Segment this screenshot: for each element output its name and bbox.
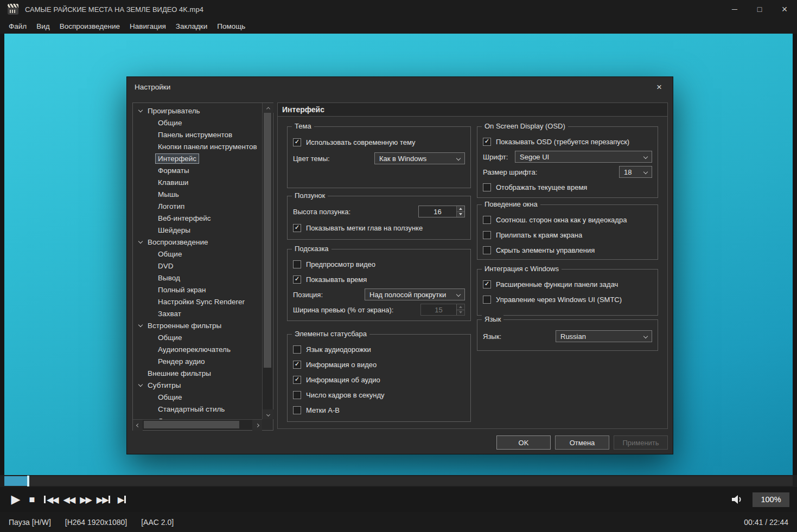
tree-item[interactable]: Захват — [133, 307, 262, 319]
tree-item[interactable]: Проигрыватель — [133, 105, 262, 117]
tree-item[interactable]: Полный экран — [133, 284, 262, 296]
checkbox-row[interactable]: ✓ Использовать современную тему — [288, 134, 470, 150]
tooltip-position-select[interactable]: Над полосой прокрутки — [365, 289, 465, 300]
checkbox[interactable] — [483, 246, 491, 254]
tree-item[interactable]: Веб-интерфейс — [133, 212, 262, 224]
osd-font-size-select[interactable]: 18 — [619, 166, 652, 178]
tree-item[interactable]: Панель инструментов — [133, 129, 262, 140]
tree-item[interactable]: Логотип — [133, 200, 262, 212]
checkbox[interactable] — [483, 216, 491, 224]
tree-item[interactable]: Субтитры — [133, 379, 262, 391]
tree-item[interactable]: Общие — [133, 117, 262, 129]
tree-item[interactable]: DVD — [133, 260, 262, 272]
tree-item[interactable]: Шейдеры — [133, 224, 262, 236]
minimize-button[interactable]: ─ — [722, 0, 747, 18]
tree-item[interactable]: Кнопки панели инструментов — [133, 140, 262, 152]
checkbox-row[interactable]: Соотнош. сторон окна как у видеокадра — [477, 212, 658, 227]
tree-item[interactable]: Вывод — [133, 272, 262, 284]
checkbox-row[interactable]: Отображать текущее время — [477, 180, 658, 195]
frame-step-button[interactable]: ▶ — [114, 495, 130, 505]
menu-playback[interactable]: Воспроизведение — [55, 20, 125, 33]
checkbox[interactable] — [293, 406, 301, 414]
show-time-checkbox[interactable]: ✓ — [293, 275, 301, 284]
checkbox-row[interactable]: ✓Информация о видео — [288, 357, 470, 372]
checkbox[interactable]: ✓ — [483, 280, 491, 289]
tree-item[interactable]: Общие — [133, 331, 262, 343]
scroll-down-icon[interactable] — [263, 409, 273, 419]
checkbox-row[interactable]: Скрыть элементы управления — [477, 242, 658, 258]
menu-help[interactable]: Помощь — [212, 20, 250, 33]
checkbox-row[interactable]: ✓ Показывать время — [288, 272, 470, 287]
scroll-up-icon[interactable] — [263, 103, 273, 113]
modern-theme-checkbox[interactable]: ✓ — [293, 138, 301, 146]
tree-item[interactable]: Интерфейс — [133, 152, 262, 164]
chapter-marks-checkbox[interactable]: ✓ — [293, 224, 301, 232]
tree-item[interactable]: Рендер аудио — [133, 355, 262, 367]
checkbox[interactable] — [293, 391, 301, 399]
slider-height-spinner[interactable]: 16 — [418, 206, 465, 217]
expand-chevron-icon[interactable] — [138, 382, 143, 386]
cancel-button[interactable]: Отмена — [555, 435, 609, 450]
checkbox-row[interactable]: Прилипать к краям экрана — [477, 227, 658, 242]
play-button[interactable]: ▶ — [8, 492, 24, 507]
checkbox-row[interactable]: ✓Расширенные функции панели задач — [477, 277, 658, 292]
tree-item[interactable]: Дополнительно — [133, 415, 262, 419]
tree-item[interactable]: Внешние фильтры — [133, 367, 262, 379]
seek-thumb[interactable] — [27, 476, 29, 486]
checkbox[interactable] — [483, 296, 491, 304]
rewind-button[interactable]: ◀◀ — [61, 495, 78, 505]
tree-item[interactable]: Форматы — [133, 164, 262, 176]
checkbox-row[interactable]: Управление через Windows UI (SMTC) — [477, 292, 658, 307]
stop-button[interactable]: ■ — [24, 494, 40, 505]
menu-view[interactable]: Вид — [31, 20, 54, 33]
menu-bookmarks[interactable]: Закладки — [171, 20, 212, 33]
checkbox-row[interactable]: ✓Информация об аудио — [288, 372, 470, 387]
tree-item[interactable]: Аудиопереключатель — [133, 343, 262, 355]
ok-button[interactable]: OK — [496, 435, 551, 450]
show-osd-checkbox[interactable]: ✓ — [483, 138, 491, 146]
scroll-right-icon[interactable] — [252, 420, 262, 431]
close-button[interactable]: × — [772, 0, 797, 18]
language-select[interactable]: Russian — [556, 330, 652, 342]
spinner-up-button[interactable] — [457, 206, 464, 211]
show-current-time-checkbox[interactable] — [483, 183, 491, 191]
tree-item[interactable]: Настройки Sync Renderer — [133, 296, 262, 307]
menu-file[interactable]: Файл — [4, 20, 31, 33]
checkbox-row[interactable]: Язык аудиодорожки — [288, 342, 470, 357]
checkbox-row[interactable]: Число кадров в секунду — [288, 387, 470, 402]
checkbox-row[interactable]: ✓ Показывать метки глав на ползунке — [288, 220, 470, 236]
tree-item[interactable]: Воспроизведение — [133, 236, 262, 248]
checkbox[interactable] — [483, 231, 491, 239]
osd-font-select[interactable]: Segoe UI — [515, 151, 652, 163]
expand-chevron-icon[interactable] — [138, 107, 143, 112]
tree-horizontal-scrollbar[interactable] — [133, 419, 262, 430]
tree-item[interactable]: Мышь — [133, 188, 262, 200]
volume-level[interactable]: 100% — [753, 492, 789, 507]
seek-track[interactable] — [4, 476, 793, 486]
tree-item[interactable]: Общие — [133, 391, 262, 403]
checkbox-row[interactable]: Метки A-B — [288, 402, 470, 418]
tree-item[interactable]: Встроенные фильтры — [133, 319, 262, 331]
checkbox-row[interactable]: Предпросмотр видео — [288, 257, 470, 272]
menu-navigation[interactable]: Навигация — [125, 20, 171, 33]
spinner-down-button[interactable] — [457, 211, 464, 217]
seek-bar[interactable] — [0, 475, 797, 487]
tree-item[interactable]: Клавиши — [133, 176, 262, 188]
checkbox[interactable]: ✓ — [293, 376, 301, 384]
checkbox-row[interactable]: ✓ Показывать OSD (требуется перезапуск) — [477, 134, 658, 149]
previous-button[interactable]: ◀◀ — [40, 495, 61, 505]
tree-item[interactable]: Стандартный стиль — [133, 403, 262, 415]
horizontal-scroll-thumb[interactable] — [144, 421, 239, 428]
expand-chevron-icon[interactable] — [138, 239, 143, 243]
scroll-left-icon[interactable] — [133, 420, 143, 431]
video-preview-checkbox[interactable] — [293, 260, 301, 268]
volume-icon[interactable] — [731, 493, 745, 505]
next-button[interactable]: ▶▶ — [94, 495, 114, 505]
checkbox[interactable] — [293, 345, 301, 354]
fast-forward-button[interactable]: ▶▶ — [77, 495, 94, 505]
maximize-button[interactable]: □ — [747, 0, 772, 18]
expand-chevron-icon[interactable] — [138, 322, 143, 326]
tree-vertical-scrollbar[interactable] — [262, 103, 273, 419]
theme-color-select[interactable]: Как в Windows — [374, 152, 465, 164]
vertical-scroll-thumb[interactable] — [264, 113, 271, 368]
